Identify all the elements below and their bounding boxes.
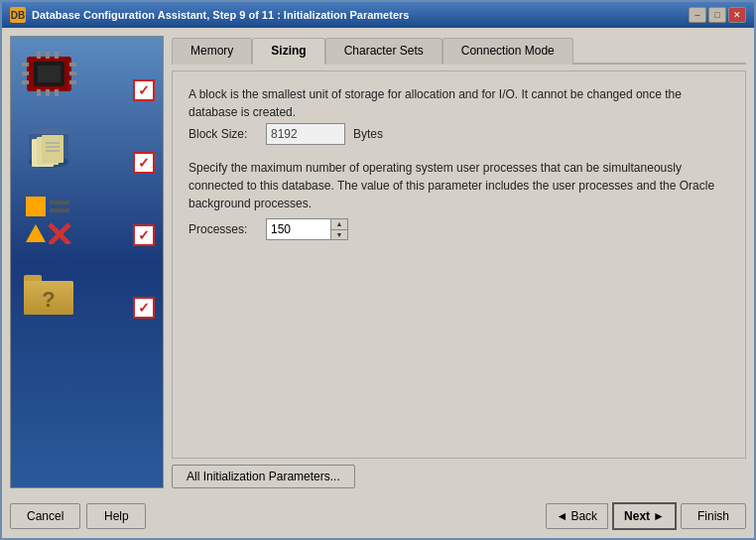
svg-text:?: ?	[42, 287, 55, 312]
tab-connection-mode[interactable]: Connection Mode	[442, 38, 573, 65]
title-controls: – □ ✕	[689, 7, 746, 23]
help-button[interactable]: Help	[86, 503, 146, 529]
svg-rect-7	[46, 89, 50, 96]
list-item: ? ✓	[19, 264, 155, 319]
svg-rect-26	[50, 208, 69, 212]
checkmark-badge-4: ✓	[133, 297, 155, 319]
window-title: Database Configuration Assistant, Step 9…	[32, 9, 409, 21]
svg-rect-13	[69, 71, 76, 75]
files-icon-container	[19, 119, 78, 174]
svg-rect-6	[37, 89, 41, 96]
close-button[interactable]: ✕	[728, 7, 746, 23]
spinner-down-button[interactable]: ▼	[331, 230, 347, 240]
processes-row: Processes: ▲ ▼	[189, 218, 729, 240]
svg-rect-12	[69, 63, 76, 67]
processes-label: Processes:	[189, 222, 258, 236]
bottom-area: All Initialization Parameters...	[172, 465, 746, 488]
svg-rect-11	[22, 80, 29, 84]
cancel-button[interactable]: Cancel	[10, 503, 80, 529]
svg-rect-24	[26, 197, 46, 216]
list-item: ✓	[19, 47, 155, 101]
list-item: ✓	[19, 192, 155, 246]
tab-sizing[interactable]: Sizing	[252, 38, 324, 65]
block-size-row: Block Size: Bytes	[189, 123, 729, 145]
svg-rect-10	[22, 71, 29, 75]
left-panel: ✓	[10, 36, 164, 488]
chip-icon-container	[19, 47, 78, 101]
title-bar-left: DB Database Configuration Assistant, Ste…	[10, 7, 409, 23]
folder-question-icon: ?	[22, 267, 76, 317]
maximize-button[interactable]: □	[708, 7, 726, 23]
checkmark-badge-3: ✓	[133, 224, 155, 246]
svg-rect-9	[22, 63, 29, 67]
files-icon	[22, 119, 76, 174]
svg-rect-14	[69, 80, 76, 84]
title-bar: DB Database Configuration Assistant, Ste…	[2, 2, 754, 28]
processes-section: Specify the maximum number of operating …	[189, 159, 729, 240]
tabs-row: Memory Sizing Character Sets Connection …	[172, 36, 746, 65]
back-button[interactable]: ◄ Back	[546, 503, 609, 529]
checkmark-badge-1: ✓	[133, 79, 155, 101]
svg-rect-2	[38, 66, 61, 82]
svg-rect-4	[46, 52, 50, 59]
bytes-label: Bytes	[353, 127, 383, 141]
shapes-icon	[24, 195, 73, 244]
svg-rect-8	[55, 89, 59, 96]
content-area: A block is the smallest unit of storage …	[172, 70, 746, 459]
window-body: ✓	[2, 28, 754, 496]
main-window: DB Database Configuration Assistant, Ste…	[0, 0, 756, 540]
footer-right-buttons: ◄ Back Next ► Finish	[546, 502, 747, 530]
spinner-buttons: ▲ ▼	[330, 218, 348, 240]
folder-icon-container: ?	[19, 264, 78, 319]
right-panel: Memory Sizing Character Sets Connection …	[172, 36, 746, 488]
next-arrow-icon: ►	[653, 509, 665, 523]
footer: Cancel Help ◄ Back Next ► Finish	[2, 496, 754, 538]
tab-character-sets[interactable]: Character Sets	[325, 38, 442, 65]
processes-spinner: ▲ ▼	[266, 218, 348, 240]
back-arrow-icon: ◄	[557, 509, 568, 523]
tab-memory[interactable]: Memory	[172, 38, 252, 65]
minimize-button[interactable]: –	[689, 7, 706, 23]
block-info-text: A block is the smallest unit of storage …	[189, 85, 729, 145]
svg-rect-20	[42, 135, 63, 163]
list-item: ✓	[19, 119, 155, 174]
all-init-params-button[interactable]: All Initialization Parameters...	[172, 465, 355, 488]
shapes-icon-container	[19, 192, 78, 246]
footer-left-buttons: Cancel Help	[10, 503, 146, 529]
chip-icon	[22, 52, 76, 96]
block-size-label: Block Size:	[189, 127, 258, 141]
svg-marker-27	[26, 224, 46, 242]
finish-button[interactable]: Finish	[681, 503, 746, 529]
svg-rect-3	[37, 52, 41, 59]
checkmark-badge-2: ✓	[133, 152, 155, 174]
next-button[interactable]: Next ►	[612, 502, 677, 530]
svg-rect-5	[55, 52, 59, 59]
app-icon: DB	[10, 7, 26, 23]
block-size-input[interactable]	[266, 123, 345, 145]
svg-rect-25	[50, 201, 69, 204]
processes-input[interactable]	[266, 218, 330, 240]
spinner-up-button[interactable]: ▲	[331, 219, 347, 230]
